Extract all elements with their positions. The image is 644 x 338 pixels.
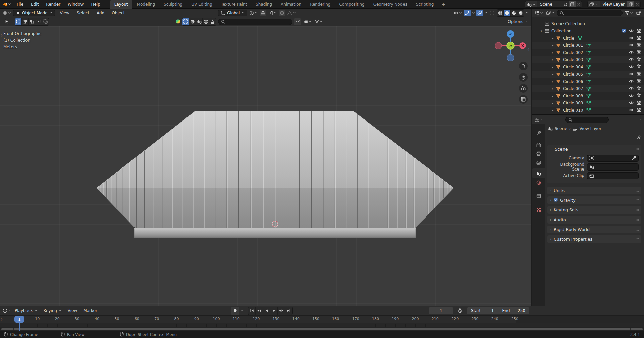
outliner-row-circle-001[interactable]: ▸Circle.001 — [532, 42, 644, 49]
auto-keying-button[interactable] — [231, 307, 239, 315]
tab-geometry-nodes[interactable]: Geometry Nodes — [369, 0, 412, 9]
expand-caret[interactable]: ▸ — [550, 65, 555, 69]
filter-screen-icon[interactable] — [182, 18, 189, 25]
camera-field[interactable] — [587, 155, 639, 162]
scrollbar-thumb[interactable] — [1, 328, 643, 330]
scene-selector[interactable]: Scene — [525, 1, 582, 8]
outliner-search-input[interactable] — [557, 10, 623, 16]
playhead[interactable]: 1 — [14, 316, 24, 323]
tab-collection[interactable] — [532, 191, 545, 201]
blender-logo-icon[interactable] — [3, 2, 11, 7]
jump-to-end-button[interactable] — [285, 307, 292, 315]
timeline-ruler[interactable]: › 1 102030405060708090100110120130140150… — [0, 316, 644, 323]
outliner-row-scene-collection[interactable]: Scene Collection — [532, 20, 644, 28]
viewport-canvas[interactable]: Front Orthographic (1) Collection Meters… — [0, 26, 531, 306]
select-mode-set[interactable] — [15, 18, 22, 25]
disable-render-icon[interactable] — [637, 64, 641, 69]
tab-output[interactable] — [532, 149, 545, 158]
select-mode-intersect[interactable] — [42, 18, 49, 25]
drag-handle-icon[interactable] — [634, 237, 639, 242]
remove-view-layer-button[interactable] — [634, 1, 640, 7]
panel-custom-properties[interactable]: ›Custom Properties — [547, 235, 641, 243]
start-frame-field[interactable]: Start1 — [467, 308, 498, 313]
panel-keying-sets[interactable]: ›Keying Sets — [547, 206, 641, 214]
outliner-display-mode-dropdown[interactable] — [534, 10, 544, 16]
expand-caret[interactable]: ▸ — [550, 51, 555, 54]
timeline-toggle-arrow[interactable]: › — [1, 317, 3, 322]
hide-eye-icon[interactable] — [629, 36, 634, 41]
use-preview-range-toggle[interactable] — [456, 307, 463, 314]
disable-render-icon[interactable] — [637, 29, 641, 34]
panel-rigid-body-world[interactable]: ›Rigid Body World — [547, 226, 641, 233]
timeline-menu-marker[interactable]: Marker — [80, 308, 100, 313]
gravity-checkbox[interactable] — [554, 198, 558, 203]
gizmos-dropdown[interactable] — [472, 12, 475, 14]
outliner-row-circle-003[interactable]: ▸Circle.003 — [532, 56, 644, 64]
panel-gravity[interactable]: ›Gravity — [547, 196, 641, 204]
drag-handle-icon[interactable] — [634, 198, 639, 203]
snap-toggle[interactable] — [260, 10, 266, 16]
outliner-row-circle-004[interactable]: ▸Circle.004 — [532, 63, 644, 71]
viewport-menu-view[interactable]: View — [56, 9, 73, 17]
orientation-gizmo[interactable]: Z X -Y — [490, 28, 531, 67]
menu-edit[interactable]: Edit — [27, 0, 42, 9]
expand-caret[interactable]: ▸ — [550, 109, 555, 112]
shading-dropdown[interactable] — [526, 12, 529, 14]
filter-brush-icon[interactable] — [209, 18, 216, 25]
outliner-row-circle-005[interactable]: ▸Circle.005 — [532, 71, 644, 78]
timeline-track-area[interactable] — [0, 323, 644, 327]
proportional-falloff-dropdown[interactable] — [287, 10, 297, 16]
filter-dropdown[interactable] — [314, 18, 323, 25]
breadcrumb-scene[interactable]: Scene — [555, 126, 567, 131]
expand-caret[interactable]: ▾ — [539, 29, 544, 33]
select-mode-extend[interactable] — [22, 18, 29, 25]
play-reverse-button[interactable] — [263, 307, 270, 315]
menu-window[interactable]: Window — [64, 0, 87, 9]
outliner-row-circle-008[interactable]: ▸Circle.008 — [532, 92, 644, 100]
tab-rendering[interactable]: Rendering — [306, 0, 335, 9]
hide-eye-icon[interactable] — [629, 50, 634, 55]
disable-render-icon[interactable] — [637, 86, 641, 91]
menu-file[interactable]: File — [13, 0, 27, 9]
select-mode-subtract[interactable] — [29, 18, 35, 25]
properties-search-input[interactable] — [565, 117, 609, 123]
drag-handle-icon[interactable] — [634, 148, 639, 150]
active-clip-field[interactable] — [587, 172, 639, 179]
hide-eye-icon[interactable] — [629, 43, 634, 48]
properties-editor-type-button[interactable] — [534, 116, 544, 123]
select-mode-invert[interactable] — [35, 18, 42, 25]
shading-rendered-button[interactable] — [517, 10, 524, 16]
mode-dropdown[interactable]: Object Mode — [13, 10, 55, 16]
tab-scripting[interactable]: Scripting — [412, 0, 438, 9]
tab-animation[interactable]: Animation — [276, 0, 306, 9]
outliner-filter-dropdown[interactable] — [624, 10, 634, 16]
pan-button[interactable] — [519, 73, 528, 82]
disable-render-icon[interactable] — [637, 36, 641, 41]
scene-name[interactable]: Scene — [537, 2, 561, 7]
tab-texture[interactable] — [532, 205, 545, 214]
add-workspace-button[interactable]: + — [438, 0, 449, 9]
play-button[interactable] — [270, 307, 278, 315]
panel-units[interactable]: ›Units — [547, 187, 641, 194]
expand-caret[interactable]: ▸ — [550, 37, 555, 40]
properties-options-dropdown[interactable] — [639, 118, 642, 121]
panel-audio[interactable]: ›Audio — [547, 216, 641, 224]
disable-render-icon[interactable] — [637, 101, 641, 106]
disable-render-icon[interactable] — [637, 72, 641, 77]
gizmos-toggle[interactable] — [464, 10, 471, 16]
drag-handle-icon[interactable] — [634, 227, 639, 232]
timeline-menu-view[interactable]: View — [65, 308, 80, 313]
tab-texture-paint[interactable]: Texture Paint — [217, 0, 251, 9]
hide-eye-icon[interactable] — [629, 101, 634, 105]
breadcrumb-view-layer[interactable]: View Layer — [579, 126, 601, 131]
tab-world[interactable] — [532, 178, 545, 187]
overlays-dropdown[interactable] — [484, 12, 487, 14]
disable-render-icon[interactable] — [637, 93, 641, 98]
outliner-row-collection[interactable]: ▾Collection — [532, 28, 644, 35]
checkbox-icon[interactable] — [622, 29, 626, 34]
hide-eye-icon[interactable] — [629, 72, 634, 77]
outliner-row-circle-006[interactable]: ▸Circle.006 — [532, 78, 644, 85]
hide-eye-icon[interactable] — [629, 29, 634, 33]
tab-compositing[interactable]: Compositing — [335, 0, 369, 9]
new-scene-button[interactable] — [569, 1, 576, 7]
